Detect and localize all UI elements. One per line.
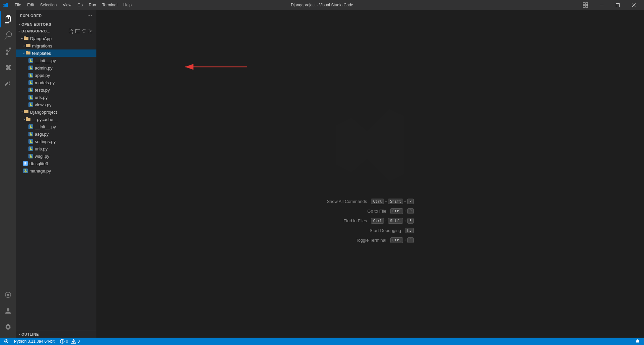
activity-settings[interactable] <box>0 319 16 335</box>
tree-models-py[interactable]: 🐍 models.py <box>16 79 96 86</box>
tree-djangoapp-urls-py[interactable]: 🐍 urls.py <box>16 94 96 101</box>
new-file-icon[interactable] <box>68 28 74 34</box>
new-folder-icon[interactable] <box>75 28 80 34</box>
layout-btn[interactable] <box>578 0 593 10</box>
open-editors-label: OPEN EDITORS <box>21 22 52 26</box>
status-remote-btn[interactable] <box>3 338 10 345</box>
status-python-label: Python 3.11.0a4 64-bit <box>14 339 55 344</box>
annotation-arrow <box>182 62 249 72</box>
kbd-ctrl-3: Ctrl <box>371 218 384 224</box>
djangoproject-label: DJANGOPRO... <box>21 29 51 33</box>
admin-py-label: admin.py <box>35 66 53 71</box>
kbd-shift-3: Shift <box>388 218 403 224</box>
menu-edit[interactable]: Edit <box>24 2 37 8</box>
views-py-label: views.py <box>35 102 52 107</box>
warning-count: 0 <box>77 339 80 344</box>
admin-py-icon: 🐍 <box>28 65 33 71</box>
welcome-area: Show All Commands Ctrl + Shift + P Go to… <box>327 105 413 243</box>
minimize-btn[interactable] <box>594 0 609 10</box>
cmd-go-to-file: Go to File Ctrl + P <box>368 208 414 214</box>
activity-extensions[interactable] <box>0 76 16 92</box>
status-bar: Python 3.11.0a4 64-bit 0 0 <box>0 338 644 345</box>
menu-run[interactable]: Run <box>86 2 99 8</box>
activity-run-debug[interactable] <box>0 60 16 76</box>
menu-help[interactable]: Help <box>121 2 135 8</box>
tree-migrations-folder[interactable]: › migrations <box>16 42 96 49</box>
cmd-find-in-files-keys: Ctrl + Shift + F <box>371 218 413 224</box>
cmd-toggle-terminal: Toggle Terminal Ctrl + ` <box>356 237 413 243</box>
close-btn[interactable] <box>626 0 641 10</box>
tree-views-py[interactable]: 🐍 views.py <box>16 101 96 108</box>
activity-explorer[interactable] <box>0 11 16 27</box>
kbd-ctrl-1: Ctrl <box>371 199 384 204</box>
sidebar-title: EXPLORER <box>20 14 42 18</box>
window-title: Djangoproject - Visual Studio Code <box>291 3 353 7</box>
warning-icon <box>71 339 76 344</box>
tree-settings-py[interactable]: 🐍 settings.py <box>16 138 96 145</box>
wsgi-py-label: wsgi.py <box>35 154 49 159</box>
sidebar-more-button[interactable]: ··· <box>87 13 92 19</box>
tree-djangoproject-urls-py[interactable]: 🐍 urls.py <box>16 145 96 152</box>
djangoproject-init-icon: 🐍 <box>28 124 33 129</box>
error-count: 0 <box>66 339 68 344</box>
tree-djangoproject-init[interactable]: 🐍 __init__.py <box>16 123 96 130</box>
tree-djangoproject-folder[interactable]: › Djangoproject <box>16 108 96 116</box>
sidebar-content: › OPEN EDITORS › DJANGOPRO... › <box>16 21 96 331</box>
wsgi-py-icon: 🐍 <box>28 153 33 159</box>
manage-py-label: manage.py <box>29 168 51 174</box>
cmd-start-debug-keys: F5 <box>405 228 413 233</box>
activity-source-control[interactable] <box>0 43 16 60</box>
activity-remote[interactable] <box>0 287 16 303</box>
djangoapp-init-label: __init__.py <box>35 58 56 63</box>
pycache-label: __pycache__ <box>32 117 58 122</box>
status-errors[interactable]: 0 0 <box>59 338 81 345</box>
migrations-folder-icon <box>25 43 31 48</box>
section-open-editors[interactable]: › OPEN EDITORS <box>16 21 96 27</box>
section-djangoproject[interactable]: › DJANGOPRO... <box>16 27 96 35</box>
kbd-p-1: P <box>407 199 414 204</box>
title-bar-left: File Edit Selection View Go Run Terminal… <box>3 2 134 8</box>
svg-rect-1 <box>586 3 588 5</box>
activity-bottom <box>0 287 16 338</box>
activity-search[interactable] <box>0 27 16 43</box>
open-editors-chevron: › <box>19 23 20 26</box>
tree-db-sqlite3[interactable]: 🗄 db.sqlite3 <box>16 160 96 167</box>
maximize-btn[interactable] <box>610 0 625 10</box>
tree-tests-py[interactable]: 🐍 tests.py <box>16 86 96 94</box>
status-notifications[interactable] <box>634 338 641 345</box>
tree-djangoapp-folder[interactable]: › DjangoApp <box>16 35 96 42</box>
settings-py-label: settings.py <box>35 139 56 144</box>
cmd-show-all-commands: Show All Commands Ctrl + Shift + P <box>327 199 413 204</box>
tree-manage-py[interactable]: 🐍 manage.py <box>16 167 96 175</box>
tree-admin-py[interactable]: 🐍 admin.py <box>16 64 96 72</box>
status-python[interactable]: Python 3.11.0a4 64-bit <box>13 338 56 345</box>
cmd-toggle-terminal-label: Toggle Terminal <box>356 238 386 243</box>
vscode-logo-icon <box>3 2 8 8</box>
menu-file[interactable]: File <box>12 2 24 8</box>
bell-icon <box>635 339 640 344</box>
menu-selection[interactable]: Selection <box>37 2 59 8</box>
svg-rect-2 <box>583 5 585 7</box>
djangoproject-init-label: __init__.py <box>35 124 56 129</box>
apps-py-label: apps.py <box>35 73 50 78</box>
sidebar: EXPLORER ··· › OPEN EDITORS › DJANGOPRO.… <box>16 10 96 338</box>
migrations-label: migrations <box>32 43 52 48</box>
menu-go[interactable]: Go <box>75 2 85 8</box>
tree-templates-folder[interactable]: › templates <box>16 49 96 57</box>
tree-apps-py[interactable]: 🐍 apps.py <box>16 72 96 79</box>
activity-accounts[interactable] <box>0 303 16 319</box>
tree-pycache-folder[interactable]: › __pycache__ <box>16 116 96 123</box>
migrations-chevron: › <box>23 43 25 48</box>
tree-asgi-py[interactable]: 🐍 asgi.py <box>16 130 96 138</box>
refresh-icon[interactable] <box>82 28 87 34</box>
menu-terminal[interactable]: Terminal <box>99 2 120 8</box>
commands-list: Show All Commands Ctrl + Shift + P Go to… <box>327 199 413 243</box>
menu-view[interactable]: View <box>60 2 74 8</box>
outline-label: OUTLINE <box>21 332 39 336</box>
tests-py-label: tests.py <box>35 88 50 93</box>
outline-header[interactable]: › OUTLINE <box>16 331 96 338</box>
tree-djangoapp-init[interactable]: 🐍 __init__.py <box>16 57 96 64</box>
tree-wsgi-py[interactable]: 🐍 wsgi.py <box>16 152 96 160</box>
collapse-all-icon[interactable] <box>88 28 94 34</box>
sidebar-header: EXPLORER ··· <box>16 10 96 21</box>
